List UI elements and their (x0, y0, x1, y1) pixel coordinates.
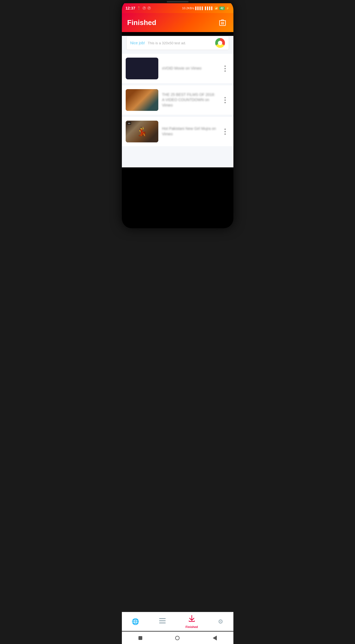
status-right: 10.2KB/s ▌▌▌▌ ▌▌▌▌ 📶 42 ⚡ (182, 7, 229, 10)
list-item: xVOID Movie on Vimeo (122, 54, 233, 83)
item-menu-button-1[interactable] (221, 63, 230, 74)
phone-frame: 12:37 📍 Ⓟ Ⓟ 10.2KB/s ▌▌▌▌ ▌▌▌▌ 📶 42 ⚡ Fi… (122, 0, 233, 228)
menu-dot (224, 131, 226, 132)
list-item: 💃 .as Hot Pakistani New Girl Mujra on Vi… (122, 117, 233, 146)
trash-icon (219, 19, 226, 26)
menu-dot (224, 68, 226, 69)
page-title: Finished (127, 18, 156, 27)
item-title-1: xVOID Movie on Vimeo (162, 66, 202, 70)
menu-dot (224, 65, 226, 67)
thumbnail-1[interactable] (126, 58, 158, 79)
item-info-3: Hot Pakistani New Girl Mujra on Vimeo (162, 126, 217, 137)
item-menu-button-2[interactable] (221, 95, 230, 105)
menu-dot (224, 99, 226, 101)
network-speed: 10.2KB/s (182, 7, 194, 10)
thumb-dark (126, 58, 158, 79)
battery-indicator: 42 (219, 7, 224, 10)
signal-icon-1: ▌▌▌▌ (195, 7, 204, 10)
ad-banner[interactable]: Nice job! This is a 320x50 test ad. (126, 36, 229, 50)
content-area: Nice job! This is a 320x50 test ad. xVOI… (122, 36, 233, 167)
item-title-2: THE 25 BEST FILMS OF 2018: A VIDEO COUNT… (162, 92, 215, 107)
menu-dot (224, 70, 226, 72)
ad-nice-job-text: Nice job! (130, 41, 145, 45)
parking-icon-1: Ⓟ (143, 6, 146, 11)
charging-icon: ⚡ (226, 7, 230, 10)
item-info-1: xVOID Movie on Vimeo (162, 66, 217, 71)
ad-logo (215, 38, 225, 48)
location-icon: 📍 (137, 6, 141, 10)
thumbnail-2[interactable] (126, 89, 158, 111)
signal-icon-2: ▌▌▌▌ (205, 7, 213, 10)
delete-all-button[interactable] (217, 17, 228, 28)
notch-pill (167, 1, 189, 2)
menu-dot (224, 97, 226, 98)
parking-icon-2: Ⓟ (147, 6, 151, 11)
status-bar: 12:37 📍 Ⓟ Ⓟ 10.2KB/s ▌▌▌▌ ▌▌▌▌ 📶 42 ⚡ (122, 3, 233, 13)
thumb-films (126, 89, 158, 111)
watermark: .as (127, 122, 131, 125)
status-time: 12:37 (126, 6, 135, 10)
app-header: Finished (122, 13, 233, 32)
ad-description: This is a 320x50 test ad. (148, 41, 212, 45)
dance-figure: 💃 (137, 126, 147, 137)
status-left: 12:37 📍 Ⓟ Ⓟ (126, 6, 151, 11)
item-title-3: Hot Pakistani New Girl Mujra on Vimeo (162, 126, 216, 136)
item-menu-button-3[interactable] (221, 126, 230, 137)
thumbnail-3[interactable]: 💃 .as (126, 121, 158, 142)
list-item: THE 25 BEST FILMS OF 2018: A VIDEO COUNT… (122, 85, 233, 115)
menu-dot (224, 133, 226, 135)
wifi-icon: 📶 (214, 7, 218, 10)
menu-dot (224, 102, 226, 103)
item-info-2: THE 25 BEST FILMS OF 2018: A VIDEO COUNT… (162, 92, 217, 108)
menu-dot (224, 129, 226, 130)
phone-notch (122, 0, 233, 3)
